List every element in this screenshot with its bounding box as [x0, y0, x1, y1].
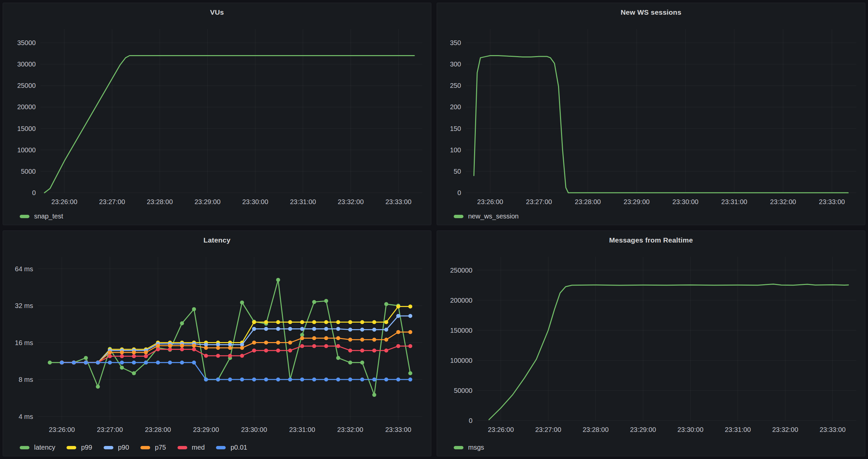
x-tick-label: 23:27:00 — [99, 198, 125, 205]
x-tick-label: 23:28:00 — [575, 198, 601, 205]
legend-item-snap_test[interactable]: snap_test — [20, 212, 63, 220]
panel-vus: VUs 23:26:0023:27:0023:28:0023:29:0023:3… — [3, 3, 431, 225]
legend-label: msgs — [468, 444, 484, 451]
series-p0.01 — [60, 360, 412, 382]
data-point — [192, 360, 196, 364]
legend-label: latency — [34, 444, 55, 451]
data-point — [84, 356, 88, 360]
x-tick-label: 23:27:00 — [97, 426, 123, 433]
y-tick-label: 200000 — [450, 297, 472, 304]
legend-item-p99[interactable]: p99 — [66, 444, 92, 451]
data-point — [300, 344, 304, 348]
legend-label: p75 — [155, 444, 166, 451]
legend-item-med[interactable]: med — [178, 444, 205, 451]
x-tick-label: 23:29:00 — [624, 198, 650, 205]
dashboard-grid: VUs 23:26:0023:27:0023:28:0023:29:0023:3… — [0, 0, 868, 459]
data-point — [384, 378, 388, 382]
y-tick-label: 64 ms — [15, 265, 33, 272]
panel-new-ws-sessions: New WS sessions 23:26:0023:27:0023:28:00… — [437, 3, 865, 225]
data-point — [372, 328, 376, 332]
data-point — [300, 378, 304, 382]
legend-label: p99 — [81, 444, 92, 451]
y-tick-label: 50000 — [454, 387, 472, 394]
chart-latency[interactable]: 23:26:0023:27:0023:28:0023:29:0023:30:00… — [3, 231, 431, 456]
x-tick-label: 23:31:00 — [290, 198, 316, 205]
data-point — [312, 344, 316, 348]
data-point — [96, 385, 100, 389]
data-point — [348, 378, 352, 382]
data-point — [336, 327, 340, 331]
data-point — [336, 356, 340, 360]
data-point — [372, 320, 376, 324]
x-axis-tick-labels: 23:26:0023:27:0023:28:0023:29:0023:30:00… — [49, 426, 411, 433]
legend-item-p0.01[interactable]: p0.01 — [216, 444, 247, 451]
data-point — [324, 299, 328, 303]
legend-item-msgs[interactable]: msgs — [454, 444, 484, 451]
data-point — [48, 360, 52, 364]
data-point — [324, 344, 328, 348]
data-point — [120, 354, 124, 358]
data-point — [396, 378, 400, 382]
data-point — [240, 378, 244, 382]
data-point — [348, 328, 352, 332]
chart-new-ws-sessions[interactable]: 23:26:0023:27:0023:28:0023:29:0023:30:00… — [437, 3, 865, 225]
data-point — [360, 349, 364, 353]
data-point — [384, 320, 388, 324]
data-point — [396, 314, 400, 318]
x-axis-tick-labels: 23:26:0023:27:0023:28:0023:29:0023:30:00… — [477, 198, 845, 205]
data-point — [180, 321, 184, 325]
y-tick-label: 25000 — [17, 82, 36, 89]
gridlines — [477, 257, 856, 421]
data-point — [360, 328, 364, 332]
data-point — [288, 320, 292, 324]
data-point — [300, 320, 304, 324]
data-point — [288, 327, 292, 331]
data-point — [216, 346, 220, 350]
x-tick-label: 23:32:00 — [337, 426, 363, 433]
panel-messages-from-realtime: Messages from Realtime 23:26:0023:27:002… — [437, 230, 865, 456]
data-point — [360, 378, 364, 382]
data-point — [348, 360, 352, 364]
data-point — [132, 360, 136, 364]
legend-swatch-icon — [20, 215, 29, 218]
series-snap_test — [44, 56, 414, 193]
y-tick-label: 32 ms — [15, 302, 33, 309]
data-point — [108, 354, 112, 358]
data-point — [312, 327, 316, 331]
y-axis-tick-labels: 050000100000150000200000250000 — [450, 267, 472, 424]
chart-vus[interactable]: 23:26:0023:27:0023:28:0023:29:0023:30:00… — [3, 3, 431, 225]
series-new_ws_session — [474, 56, 848, 193]
legend-item-p75[interactable]: p75 — [141, 444, 166, 451]
y-axis-tick-labels: 4 ms8 ms16 ms32 ms64 ms — [15, 265, 33, 420]
data-point — [348, 338, 352, 342]
data-point — [300, 327, 304, 331]
y-tick-label: 0 — [469, 417, 472, 424]
x-tick-label: 23:27:00 — [526, 198, 552, 205]
data-point — [360, 360, 364, 364]
data-point — [132, 371, 136, 375]
data-point — [336, 344, 340, 348]
y-tick-label: 8 ms — [19, 376, 33, 383]
chart-messages-from-realtime[interactable]: 23:26:0023:27:0023:28:0023:29:0023:30:00… — [437, 231, 865, 456]
data-point — [408, 371, 412, 375]
x-tick-label: 23:29:00 — [195, 198, 221, 205]
data-point — [312, 336, 316, 340]
legend-item-new_ws_session[interactable]: new_ws_session — [454, 212, 519, 220]
data-point — [180, 348, 184, 352]
data-point — [192, 348, 196, 352]
series-p75 — [60, 330, 412, 364]
legend-vus: snap_test — [20, 212, 63, 220]
data-point — [144, 360, 148, 364]
data-point — [240, 354, 244, 358]
gridlines — [40, 29, 422, 193]
y-tick-label: 35000 — [17, 39, 36, 46]
data-point — [108, 360, 112, 364]
legend-item-latency[interactable]: latency — [20, 444, 55, 451]
data-point — [276, 349, 280, 353]
legend-swatch-icon — [454, 446, 463, 449]
x-tick-label: 23:30:00 — [241, 426, 267, 433]
data-point — [324, 320, 328, 324]
legend-item-p90[interactable]: p90 — [104, 444, 129, 451]
data-point — [252, 349, 256, 353]
y-tick-label: 150 — [450, 125, 461, 132]
